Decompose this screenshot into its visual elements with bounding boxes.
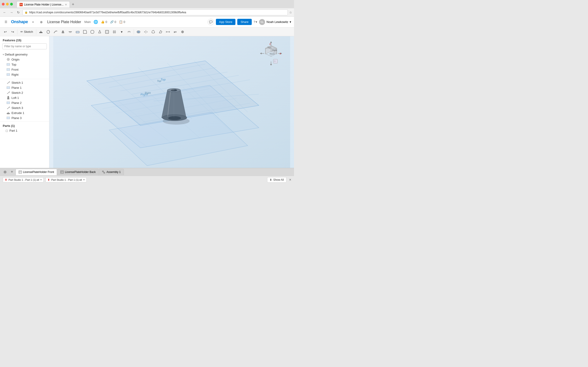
- plane-tool-button[interactable]: [74, 29, 81, 35]
- extrude1-icon: [6, 111, 10, 115]
- bookmark-icon[interactable]: ☆: [289, 10, 292, 14]
- back-button[interactable]: ←: [2, 10, 7, 15]
- export-item-2[interactable]: ⬆ Part Studio 1 - Part 1 (1).stl ▾: [45, 177, 86, 182]
- variable-tool-button[interactable]: x=: [172, 29, 179, 35]
- appstore-button[interactable]: App Store: [216, 19, 236, 25]
- maximize-window-button[interactable]: [10, 3, 13, 6]
- tab-assembly-label: Assembly 1: [106, 170, 121, 174]
- feature-filter-input[interactable]: [2, 43, 47, 49]
- reload-button[interactable]: ↻: [16, 10, 21, 15]
- mirror-tool-button[interactable]: [142, 29, 149, 35]
- extrude-tool-button[interactable]: [37, 29, 44, 35]
- fillet-tool-button[interactable]: [89, 29, 96, 35]
- svg-marker-20: [146, 31, 147, 33]
- add-feature-icon[interactable]: ⊕: [38, 19, 44, 25]
- extrude1-feature-item[interactable]: Extrude 1: [0, 110, 49, 115]
- sketch3-feature-item[interactable]: Sketch 3: [0, 105, 49, 110]
- copies-stat[interactable]: 📋 0: [119, 20, 125, 24]
- app-header: ☰ Onshape ≡ ⊕ License Plate Holder Main …: [0, 17, 294, 27]
- minimize-window-button[interactable]: [6, 3, 9, 6]
- sketch3-label: Sketch 3: [11, 106, 23, 110]
- svg-point-29: [8, 59, 9, 60]
- svg-marker-7: [83, 30, 86, 33]
- measure-tool-button[interactable]: [164, 29, 171, 35]
- new-tab-button[interactable]: +: [70, 1, 76, 8]
- svg-marker-3: [62, 31, 64, 33]
- loft1-feature-item[interactable]: Loft 1: [0, 95, 49, 100]
- tab-license-front[interactable]: LicensePlateHolder Front: [16, 169, 57, 175]
- user-info[interactable]: NL Noah Lewkowitz ▾: [259, 19, 291, 25]
- tab-close-button[interactable]: ×: [65, 3, 67, 6]
- hamburger-menu-icon[interactable]: ☰: [3, 19, 9, 25]
- copy-icon: 📋: [119, 20, 123, 24]
- origin-feature-item[interactable]: Origin: [0, 57, 49, 62]
- 3d-viewport[interactable]: Top Right: [49, 36, 294, 168]
- front-plane-label: Front: [11, 68, 18, 71]
- svg-text:□: □: [274, 60, 275, 62]
- forward-button[interactable]: →: [9, 10, 14, 15]
- chat-icon[interactable]: 💬: [208, 19, 214, 25]
- close-window-button[interactable]: [2, 3, 5, 6]
- front-plane-feature-item[interactable]: Front: [0, 67, 49, 72]
- export-dropdown-1-icon[interactable]: ▾: [40, 178, 42, 181]
- svg-marker-79: [270, 64, 272, 66]
- part1-label: Part 1: [9, 129, 17, 132]
- likes-stat[interactable]: 👍 0: [101, 20, 107, 24]
- globe-icon[interactable]: 🌐: [93, 19, 99, 25]
- boolean-tool-button[interactable]: [135, 29, 142, 35]
- redo-button[interactable]: ↪: [9, 29, 16, 35]
- shell-tool-button[interactable]: [104, 29, 111, 35]
- export-dropdown-2-icon[interactable]: ▾: [83, 178, 85, 181]
- export-item-1[interactable]: ⬆ Part Studio 1 - Part 1 (1).stl ▾: [3, 177, 44, 182]
- svg-rect-41: [7, 117, 10, 119]
- help-button[interactable]: ? ▾: [254, 20, 257, 24]
- sketch2-label: Sketch 2: [11, 91, 23, 94]
- plane3-feature-item[interactable]: Plane 3: [0, 115, 49, 120]
- part1-item[interactable]: ◻ Part 1: [0, 128, 49, 133]
- revolve-tool-button[interactable]: [45, 29, 52, 35]
- svg-rect-5: [69, 32, 71, 33]
- plane2-feature-item[interactable]: Plane 2: [0, 100, 49, 105]
- add-tab-button[interactable]: +: [9, 169, 15, 175]
- undo-button[interactable]: ↩: [2, 29, 9, 35]
- default-geometry-header[interactable]: ▾ Default geometry: [0, 52, 49, 57]
- tab-settings-button[interactable]: [2, 169, 8, 175]
- tab-assembly[interactable]: Assembly 1: [99, 169, 124, 175]
- svg-rect-0: [39, 32, 43, 33]
- top-plane-feature-item[interactable]: Top: [0, 62, 49, 67]
- export-text-1: Part Studio 1 - Part 1 (1).stl: [9, 178, 39, 181]
- draft-tool-button[interactable]: [96, 29, 103, 35]
- right-plane-feature-item[interactable]: Right: [0, 72, 49, 77]
- sketch1-feature-item[interactable]: Sketch 1: [0, 80, 49, 85]
- add-tool-button[interactable]: ⊕: [179, 29, 186, 35]
- cube-icon[interactable]: □: [273, 59, 278, 64]
- loft-tool-button[interactable]: [60, 29, 66, 35]
- 3d-sketch-button[interactable]: [157, 29, 164, 35]
- header-stats: 👍 0 🔗 0 📋 0: [101, 20, 125, 24]
- active-tab[interactable]: On License Plate Holder | License... ×: [17, 1, 70, 8]
- plane1-feature-item[interactable]: Plane 1: [0, 85, 49, 90]
- sketch2-feature-item[interactable]: Sketch 2: [0, 90, 49, 95]
- title-bar: On License Plate Holder | License... × +: [0, 0, 294, 8]
- chamfer-tool-button[interactable]: [82, 29, 88, 35]
- url-text: https://cad.onshape.com/documents/288066…: [29, 11, 286, 14]
- tab-license-back[interactable]: LicensePlateHolder Back: [57, 169, 99, 175]
- url-bar[interactable]: 🔒 https://cad.onshape.com/documents/2880…: [23, 9, 288, 15]
- close-status-button[interactable]: ×: [289, 178, 291, 182]
- circular-pattern-button[interactable]: [150, 29, 157, 35]
- features-list-icon[interactable]: ≡: [30, 19, 36, 25]
- browser-toolbar-right: ☆: [289, 10, 292, 14]
- share-button[interactable]: Share: [237, 19, 252, 25]
- grid-tool-button[interactable]: [111, 29, 118, 35]
- svg-line-106: [103, 172, 104, 172]
- links-count: 0: [115, 20, 116, 24]
- grid-dropdown-button[interactable]: ▾: [118, 29, 125, 35]
- orientation-cube-widget[interactable]: Front Right Top Z X □: [259, 41, 278, 59]
- wrap-tool-button[interactable]: [126, 29, 132, 35]
- orientation-cube-svg: Front Right Top Z X: [259, 41, 283, 66]
- sweep-tool-button[interactable]: [52, 29, 59, 35]
- links-stat[interactable]: 🔗 0: [110, 20, 116, 24]
- show-all-button[interactable]: ⬇ Show All: [267, 177, 286, 183]
- offset-surface-button[interactable]: [67, 29, 74, 35]
- sketch-button[interactable]: ✏ Sketch: [19, 29, 35, 35]
